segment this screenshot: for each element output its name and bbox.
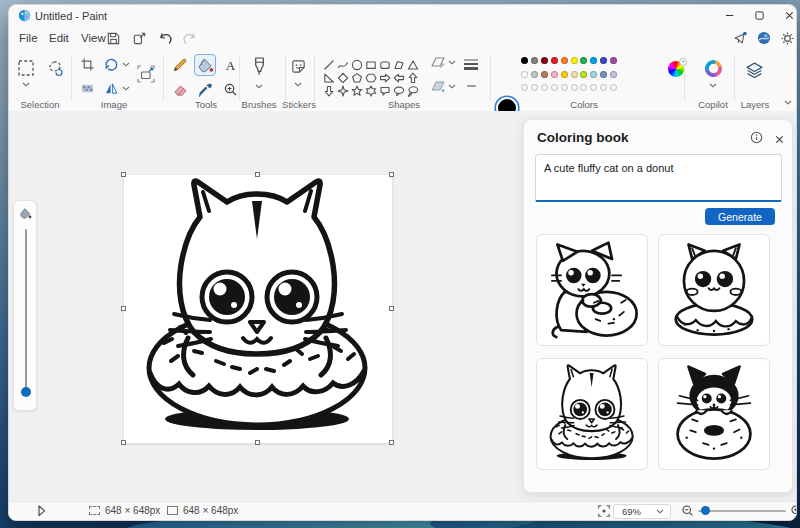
shape-hexagon[interactable] bbox=[364, 72, 377, 84]
shape-six-point-star[interactable] bbox=[364, 85, 377, 97]
palette-color-#ffaec9[interactable] bbox=[551, 71, 558, 78]
flip-tool[interactable] bbox=[100, 77, 122, 99]
shape-triangle[interactable] bbox=[406, 59, 419, 71]
palette-empty-slot[interactable] bbox=[600, 84, 607, 91]
brushes-chevron-icon[interactable] bbox=[254, 83, 264, 89]
shape-line[interactable] bbox=[322, 59, 335, 71]
ribbon-collapse-chevron-icon[interactable] bbox=[783, 99, 793, 105]
close-button[interactable] bbox=[774, 5, 797, 26]
transparent-selection-tool[interactable] bbox=[76, 77, 98, 99]
shape-fill-button[interactable] bbox=[429, 77, 447, 95]
shape-speech-bubble[interactable] bbox=[378, 85, 391, 97]
layers-button[interactable] bbox=[743, 59, 765, 81]
shape-arrow-up[interactable] bbox=[406, 72, 419, 84]
palette-empty-slot[interactable] bbox=[571, 84, 578, 91]
color-picker-tool[interactable] bbox=[194, 78, 216, 100]
copilot-button[interactable] bbox=[702, 57, 724, 79]
shape-ellipse[interactable] bbox=[350, 59, 363, 71]
stickers-button[interactable] bbox=[287, 55, 309, 77]
palette-empty-slot[interactable] bbox=[541, 84, 548, 91]
redo-button[interactable] bbox=[179, 29, 199, 47]
shape-four-point-star[interactable] bbox=[336, 85, 349, 97]
zoom-level-dropdown[interactable]: 69% bbox=[613, 504, 671, 519]
pencil-tool[interactable] bbox=[169, 54, 191, 76]
resize-tool[interactable] bbox=[135, 63, 157, 85]
shape-fill-chevron-icon[interactable] bbox=[447, 83, 457, 89]
shape-arrow-right[interactable] bbox=[378, 72, 391, 84]
slider-thumb[interactable] bbox=[21, 387, 31, 397]
prompt-input[interactable]: A cute fluffy cat on a donut bbox=[536, 155, 781, 200]
shape-five-point-star[interactable] bbox=[350, 85, 363, 97]
zoom-in-icon[interactable] bbox=[790, 504, 797, 517]
maximize-button[interactable] bbox=[744, 5, 774, 26]
palette-color-#22b14c[interactable] bbox=[580, 57, 587, 64]
rotate-chevron-icon[interactable] bbox=[121, 61, 131, 67]
selection-handle-se[interactable] bbox=[389, 440, 394, 445]
shape-arrow-down[interactable] bbox=[322, 85, 335, 97]
share-button[interactable] bbox=[129, 29, 149, 47]
selection-chevron-icon[interactable] bbox=[21, 81, 31, 87]
free-select-tool[interactable] bbox=[43, 57, 65, 79]
undo-button[interactable] bbox=[155, 29, 175, 47]
palette-color-#b97a57[interactable] bbox=[541, 71, 548, 78]
palette-color-#00a2e8[interactable] bbox=[590, 57, 597, 64]
palette-color-#c8bfe7[interactable] bbox=[610, 71, 617, 78]
thumbnail-cat-hugging-donut[interactable] bbox=[536, 234, 648, 346]
account-avatar[interactable] bbox=[754, 29, 774, 47]
thumbnail-black-cat-behind-donut[interactable] bbox=[658, 358, 770, 470]
selection-handle-e[interactable] bbox=[389, 306, 394, 311]
slider-track[interactable] bbox=[25, 229, 27, 391]
palette-empty-slot[interactable] bbox=[610, 84, 617, 91]
rectangle-select-tool[interactable] bbox=[15, 57, 37, 79]
palette-color-#ffc90e[interactable] bbox=[561, 71, 568, 78]
palette-color-#99d9ea[interactable] bbox=[590, 71, 597, 78]
generate-button[interactable]: Generate bbox=[705, 208, 775, 225]
line-width-button[interactable] bbox=[461, 55, 481, 73]
palette-empty-slot[interactable] bbox=[521, 84, 528, 91]
palette-color-#7092be[interactable] bbox=[600, 71, 607, 78]
menu-file[interactable]: File bbox=[13, 29, 44, 47]
settings-gear-icon[interactable] bbox=[777, 29, 797, 47]
magnifier-tool[interactable] bbox=[219, 78, 241, 100]
flip-chevron-icon[interactable] bbox=[121, 85, 131, 91]
drawing-canvas[interactable] bbox=[124, 175, 392, 443]
palette-color-#ed1c24[interactable] bbox=[551, 57, 558, 64]
palette-color-#a349a4[interactable] bbox=[610, 57, 617, 64]
palette-empty-slot[interactable] bbox=[590, 84, 597, 91]
selection-handle-ne[interactable] bbox=[389, 172, 394, 177]
shape-polygon[interactable] bbox=[392, 59, 405, 71]
brushes-button[interactable] bbox=[248, 55, 270, 77]
thumbnail-cat-head-in-donut[interactable] bbox=[536, 358, 648, 470]
fill-tool[interactable] bbox=[194, 54, 216, 76]
palette-color-#ff7f27[interactable] bbox=[561, 57, 568, 64]
thumbnail-fluffy-cat-on-donut[interactable] bbox=[658, 234, 770, 346]
palette-color-#7f7f7f[interactable] bbox=[531, 57, 538, 64]
palette-color-#efe4b0[interactable] bbox=[571, 71, 578, 78]
zoom-slider-thumb[interactable] bbox=[701, 506, 710, 515]
selection-handle-sw[interactable] bbox=[121, 440, 126, 445]
zoom-out-icon[interactable] bbox=[681, 504, 694, 517]
panel-close-icon[interactable] bbox=[774, 131, 785, 149]
shape-pentagon[interactable] bbox=[350, 72, 363, 84]
palette-empty-slot[interactable] bbox=[580, 84, 587, 91]
save-button[interactable] bbox=[103, 29, 123, 47]
minimize-button[interactable] bbox=[714, 5, 744, 26]
shape-rounded-rectangle[interactable] bbox=[378, 59, 391, 71]
shape-oval-bubble[interactable] bbox=[392, 85, 405, 97]
fit-to-screen-icon[interactable] bbox=[597, 504, 611, 518]
shape-right-triangle[interactable] bbox=[322, 72, 335, 84]
palette-color-#3f48cc[interactable] bbox=[600, 57, 607, 64]
selection-handle-s[interactable] bbox=[255, 440, 260, 445]
text-tool[interactable]: A bbox=[219, 54, 241, 76]
palette-color-#c3c3c3[interactable] bbox=[531, 71, 538, 78]
palette-color-#000000[interactable] bbox=[521, 57, 528, 64]
shape-arrow-left[interactable] bbox=[392, 72, 405, 84]
palette-empty-slot[interactable] bbox=[561, 84, 568, 91]
shape-curve[interactable] bbox=[336, 59, 349, 71]
selection-handle-nw[interactable] bbox=[121, 172, 126, 177]
shape-thought-bubble[interactable] bbox=[406, 85, 419, 97]
zoom-slider-track[interactable] bbox=[698, 510, 786, 512]
eraser-tool[interactable] bbox=[169, 78, 191, 100]
palette-empty-slot[interactable] bbox=[551, 84, 558, 91]
info-icon[interactable] bbox=[750, 130, 763, 148]
